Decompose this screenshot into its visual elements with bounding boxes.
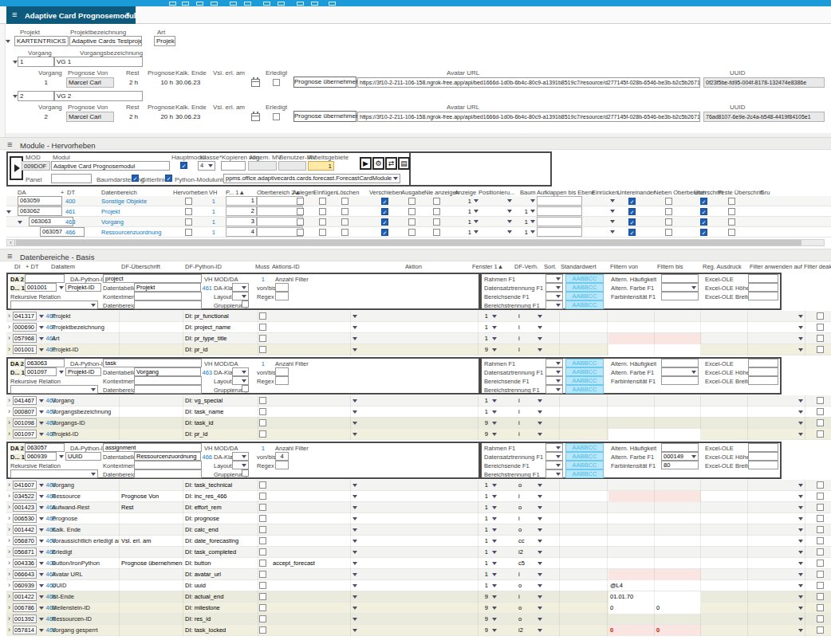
aktions-id-cell[interactable] bbox=[271, 395, 351, 406]
di-field[interactable]: 001098 bbox=[13, 418, 37, 427]
chevron-down-icon[interactable] bbox=[492, 422, 497, 425]
sort-cell[interactable] bbox=[545, 480, 560, 491]
baum-select[interactable]: 1 bbox=[514, 227, 537, 237]
filter-deak-checkbox[interactable] bbox=[817, 408, 824, 415]
excel-ole-breite-field[interactable] bbox=[748, 461, 778, 469]
ausgabe-checkbox[interactable] bbox=[408, 218, 416, 226]
aufklappen-field[interactable] bbox=[537, 217, 582, 226]
da-number-field[interactable]: 063062 bbox=[25, 274, 65, 283]
col-sort[interactable]: Sort. bbox=[544, 263, 557, 270]
df-verh-select[interactable]: o bbox=[518, 481, 534, 489]
einfuegen-checkbox[interactable] bbox=[319, 229, 326, 236]
df-ueberschrift-cell[interactable] bbox=[120, 418, 183, 429]
df-verh-select[interactable]: o bbox=[518, 615, 534, 622]
expand-icon[interactable] bbox=[8, 430, 10, 438]
datensatztrennung-select[interactable] bbox=[545, 452, 563, 461]
chevron-down-icon[interactable] bbox=[39, 315, 44, 318]
aktions-id-cell[interactable] bbox=[271, 569, 351, 580]
sort-cell[interactable] bbox=[545, 625, 560, 636]
filtern-bis-cell[interactable] bbox=[655, 406, 701, 418]
col-reg-ausdruck[interactable]: Reg. Ausdruck bbox=[703, 263, 742, 270]
df-verh-select[interactable]: o bbox=[518, 526, 534, 533]
chevron-down-icon[interactable] bbox=[556, 277, 561, 281]
df-ueberschrift-cell[interactable] bbox=[120, 614, 183, 625]
von-bis-field[interactable]: 4 bbox=[275, 452, 289, 461]
filtern-von-cell[interactable] bbox=[608, 524, 655, 536]
chevron-down-icon[interactable] bbox=[492, 506, 497, 509]
di-field[interactable]: 056871 bbox=[13, 548, 37, 556]
filter-deak-checkbox[interactable] bbox=[817, 504, 824, 511]
expand-icon[interactable] bbox=[8, 481, 10, 489]
chevron-down-icon[interactable] bbox=[352, 629, 357, 632]
modul-field[interactable]: Adaptive Card Prognosemodul bbox=[51, 161, 170, 171]
anzeige-select[interactable]: 1 bbox=[451, 206, 480, 216]
prognose-von-field[interactable]: Marcel Carl bbox=[66, 112, 114, 122]
da-python-id-field[interactable]: task bbox=[103, 359, 202, 367]
filter-deak-checkbox[interactable] bbox=[817, 397, 824, 404]
chevron-down-icon[interactable] bbox=[39, 573, 44, 576]
standardwert-cell[interactable] bbox=[561, 395, 608, 406]
chevron-down-icon[interactable] bbox=[538, 315, 542, 318]
einfuegen-checkbox[interactable] bbox=[319, 218, 326, 226]
filtern-bis-cell[interactable] bbox=[655, 491, 701, 502]
aufklappen-field[interactable] bbox=[537, 227, 582, 237]
expand-icon[interactable] bbox=[8, 592, 10, 600]
anzeige-select[interactable]: 1 bbox=[451, 217, 480, 226]
datensatztrennung-select[interactable] bbox=[545, 367, 563, 376]
standardwert-cell[interactable] bbox=[561, 322, 608, 333]
expand-icon[interactable] bbox=[8, 323, 10, 331]
chevron-down-icon[interactable] bbox=[474, 199, 479, 202]
fenster-select[interactable]: 1 bbox=[472, 537, 488, 544]
toolbar-icon[interactable] bbox=[311, 2, 318, 6]
excel-ole-field[interactable] bbox=[748, 443, 778, 452]
chevron-down-icon[interactable] bbox=[538, 433, 542, 436]
chevron-down-icon[interactable] bbox=[798, 595, 803, 599]
col-vh[interactable]: VH bbox=[209, 189, 217, 196]
chevron-down-icon[interactable] bbox=[352, 528, 357, 532]
filter-anwenden-cell[interactable] bbox=[748, 395, 805, 406]
ausgabe-checkbox[interactable] bbox=[408, 208, 416, 215]
chevron-down-icon[interactable] bbox=[556, 371, 561, 374]
standardwert-cell[interactable] bbox=[561, 580, 608, 591]
df-ueberschrift-cell[interactable] bbox=[120, 591, 183, 603]
verschieben-checkbox[interactable] bbox=[381, 218, 388, 226]
filter-deak-checkbox[interactable] bbox=[817, 419, 824, 426]
prognose-von-field[interactable]: Marcel Carl bbox=[66, 77, 114, 88]
chevron-down-icon[interactable] bbox=[538, 506, 542, 509]
muss-checkbox[interactable] bbox=[259, 537, 266, 544]
layout-select[interactable] bbox=[232, 292, 249, 300]
expand-icon[interactable] bbox=[8, 334, 10, 342]
hervorheben-checkbox[interactable] bbox=[185, 218, 192, 226]
chevron-down-icon[interactable] bbox=[556, 473, 561, 476]
muss-checkbox[interactable] bbox=[259, 548, 266, 556]
nie-anzeigen-checkbox[interactable] bbox=[433, 229, 440, 236]
einfuegen-checkbox[interactable] bbox=[319, 208, 326, 215]
chevron-down-icon[interactable] bbox=[556, 464, 561, 467]
reg-ausdruck-cell[interactable] bbox=[701, 547, 748, 558]
standardwert-cell[interactable] bbox=[561, 558, 608, 569]
benutzer-mv-field[interactable] bbox=[278, 161, 306, 171]
filter-anwenden-cell[interactable] bbox=[748, 625, 805, 636]
horizontal-scrollbar[interactable] bbox=[6, 239, 825, 246]
expand-icon[interactable] bbox=[8, 345, 10, 353]
kontextmenu-field[interactable] bbox=[134, 461, 202, 469]
chevron-down-icon[interactable] bbox=[538, 399, 542, 402]
fenster-select[interactable]: 1 bbox=[472, 548, 488, 556]
di-field[interactable]: 001423 bbox=[13, 503, 37, 512]
sort-cell[interactable] bbox=[545, 311, 560, 322]
df-verh-select[interactable]: i bbox=[518, 571, 534, 578]
hamburger-icon[interactable] bbox=[7, 251, 12, 261]
filtern-bis-cell[interactable] bbox=[655, 333, 701, 344]
df-verh-select[interactable]: i bbox=[518, 346, 534, 353]
color-swatch[interactable]: AABBCC bbox=[565, 469, 604, 478]
filtern-bis-cell[interactable] bbox=[655, 322, 701, 333]
color-swatch[interactable]: AABBCC bbox=[565, 376, 604, 385]
expand-icon[interactable] bbox=[8, 570, 10, 578]
di-field[interactable]: 000807 bbox=[13, 407, 37, 416]
chevron-down-icon[interactable] bbox=[691, 455, 696, 458]
vorgang-id-field[interactable]: 2 bbox=[18, 91, 54, 101]
gruppierung-checkbox[interactable] bbox=[242, 300, 249, 308]
filtern-von-cell[interactable] bbox=[608, 558, 655, 569]
expand-icon[interactable] bbox=[8, 514, 10, 522]
standardwert-cell[interactable] bbox=[561, 418, 608, 429]
